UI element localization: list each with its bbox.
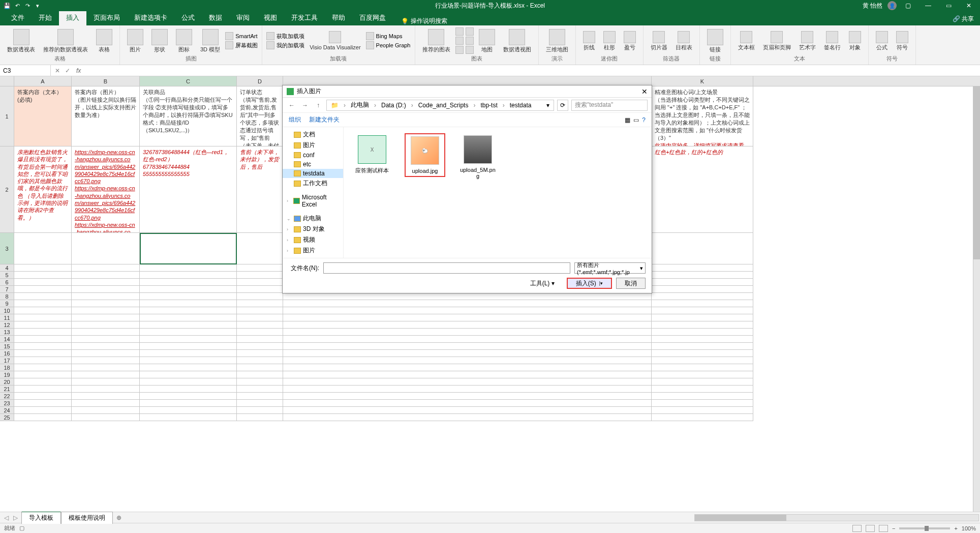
cell-empty[interactable] (14, 357, 72, 364)
cell-empty[interactable] (652, 357, 753, 364)
file-excel-sample[interactable]: X 应答测试样本 (352, 133, 392, 176)
file-upload-jpg[interactable]: 🐑 upload.jpg (405, 133, 445, 177)
cell-k1[interactable]: 精准意图核心词/上文场景（当选择核心词类型时，不同关键词之间用 "+" 连接，如… (652, 86, 753, 146)
cell-empty[interactable] (14, 314, 72, 321)
sheet-tab-instructions[interactable]: 模板使用说明 (61, 512, 113, 524)
tree-pictures2[interactable]: ›图片 (283, 245, 343, 256)
col-header-b[interactable]: B (72, 76, 140, 86)
page-layout-view-icon[interactable] (866, 525, 875, 532)
cell-empty[interactable] (237, 414, 283, 421)
cell-b2[interactable]: https://xdmp-new.oss-cn-hangzhou.aliyunc… (72, 146, 140, 233)
sparkline-column-button[interactable]: 柱形 (600, 30, 619, 51)
cell-d3[interactable] (237, 233, 283, 264)
refresh-button[interactable]: ⟳ (557, 100, 568, 111)
cell-empty[interactable] (140, 357, 237, 364)
cell-empty[interactable] (14, 336, 72, 343)
cell-empty[interactable] (140, 286, 237, 293)
smartart-button[interactable]: SmartArt (225, 32, 258, 40)
col-header-c[interactable]: C (140, 76, 237, 86)
recommended-pivot-button[interactable]: 推荐的数据透视表 (40, 28, 91, 53)
cell-empty[interactable] (14, 300, 72, 307)
cell-empty[interactable] (652, 286, 753, 293)
undo-icon[interactable]: ↶ (13, 2, 21, 10)
nav-up-icon[interactable]: ↑ (313, 100, 323, 110)
qat-customize-icon[interactable]: ▾ (34, 2, 42, 10)
cell-empty[interactable] (283, 350, 652, 357)
tab-developer[interactable]: 开发工具 (284, 10, 325, 25)
cell-empty[interactable] (140, 393, 237, 400)
tree-videos[interactable]: ›视频 (283, 234, 343, 245)
pictures-button[interactable]: 图片 (124, 28, 146, 53)
formula-input[interactable] (83, 67, 980, 74)
cell-empty[interactable] (14, 393, 72, 400)
cell-empty[interactable] (652, 321, 753, 329)
cell-empty[interactable] (237, 300, 283, 307)
cell-empty[interactable] (140, 407, 237, 414)
cell-empty[interactable] (14, 414, 72, 421)
cell-empty[interactable] (72, 279, 140, 286)
cell-empty[interactable] (283, 364, 652, 371)
cell-empty[interactable] (652, 386, 753, 393)
tree-testdata[interactable]: testdata (283, 169, 343, 178)
tell-me-input[interactable]: 操作说明搜索 (411, 17, 447, 25)
cell-empty[interactable] (14, 378, 72, 386)
col-header-k[interactable]: K (652, 76, 753, 86)
cell-empty[interactable] (72, 321, 140, 329)
cell-empty[interactable] (652, 329, 753, 336)
tell-me-icon[interactable]: 💡 (401, 18, 409, 25)
cell-empty[interactable] (140, 343, 237, 350)
cell-empty[interactable] (72, 414, 140, 421)
row-header-6[interactable]: 6 (0, 279, 14, 286)
tab-page-layout[interactable]: 页面布局 (86, 10, 127, 25)
cell-empty[interactable] (652, 272, 753, 279)
tab-help[interactable]: 帮助 (325, 10, 352, 25)
row-header-24[interactable]: 24 (0, 407, 14, 414)
close-button[interactable]: ✕ (960, 0, 978, 11)
tab-formulas[interactable]: 公式 (174, 10, 202, 25)
cell-empty[interactable] (72, 314, 140, 321)
breadcrumb[interactable]: 📁› 此电脑› Data (D:)› Code_and_Scripts› tbp… (326, 100, 554, 111)
get-addins-button[interactable]: 获取加载项 (266, 32, 304, 40)
cell-empty[interactable] (283, 300, 652, 307)
new-folder-button[interactable]: 新建文件夹 (309, 115, 340, 124)
row-header-19[interactable]: 19 (0, 371, 14, 378)
cell-empty[interactable] (283, 314, 652, 321)
save-icon[interactable]: 💾 (3, 2, 11, 10)
cell-empty[interactable] (237, 407, 283, 414)
cell-empty[interactable] (237, 279, 283, 286)
tree-this-pc[interactable]: ⌄此电脑 (283, 213, 343, 224)
file-upload-5m-png[interactable]: upload_5M.png (457, 133, 498, 181)
cell-empty[interactable] (652, 400, 753, 407)
cell-empty[interactable] (237, 371, 283, 378)
col-header-a[interactable]: A (14, 76, 72, 86)
macro-record-icon[interactable]: ▢ (19, 525, 24, 531)
pivot-table-button[interactable]: 数据透视表 (4, 28, 38, 53)
row-header-16[interactable]: 16 (0, 350, 14, 357)
cell-empty[interactable] (72, 386, 140, 393)
chart-type-5[interactable] (466, 37, 474, 45)
zoom-in-icon[interactable]: + (954, 525, 957, 531)
sparkline-winloss-button[interactable]: 盈亏 (621, 30, 639, 51)
normal-view-icon[interactable] (852, 525, 862, 532)
cell-empty[interactable] (237, 400, 283, 407)
sheet-tab-import[interactable]: 导入模板 (21, 511, 61, 524)
tab-custom[interactable]: 新建选项卡 (127, 10, 174, 25)
slicer-button[interactable]: 切片器 (648, 30, 670, 51)
cell-empty[interactable] (652, 300, 753, 307)
cell-empty[interactable] (140, 400, 237, 407)
timeline-button[interactable]: 日程表 (672, 30, 695, 51)
cell-empty[interactable] (283, 371, 652, 378)
cell-empty[interactable] (14, 293, 72, 300)
view-mode-icon[interactable]: ▦ (625, 116, 630, 124)
row-header-11[interactable]: 11 (0, 314, 14, 321)
cell-empty[interactable] (140, 307, 237, 314)
cell-empty[interactable] (652, 364, 753, 371)
cell-empty[interactable] (14, 279, 72, 286)
user-name[interactable]: 黄 怡然 (860, 2, 885, 10)
table-button[interactable]: 表格 (93, 28, 115, 53)
vertical-scrollbar[interactable] (973, 86, 980, 512)
cell-empty[interactable] (72, 407, 140, 414)
cell-empty[interactable] (14, 321, 72, 329)
row-header-21[interactable]: 21 (0, 386, 14, 393)
my-addins-button[interactable]: 我的加载项 (266, 41, 304, 49)
